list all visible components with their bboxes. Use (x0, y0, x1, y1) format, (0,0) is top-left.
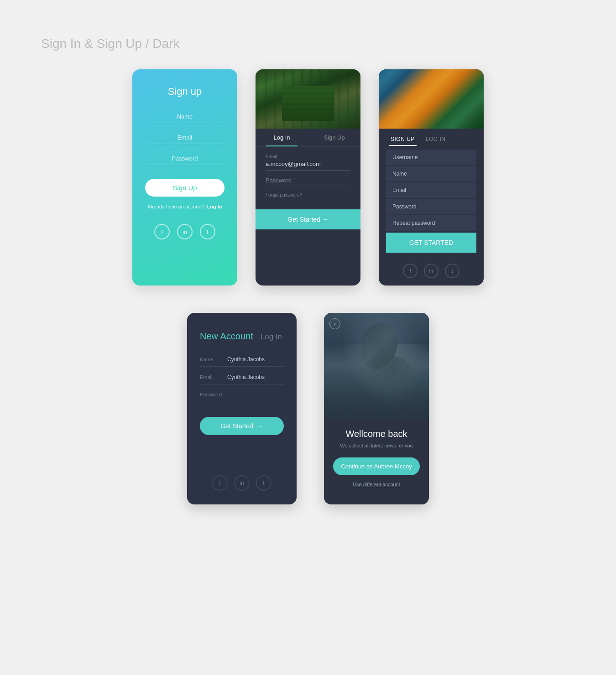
card1-social-row: f in t (154, 224, 215, 239)
card4-email-value[interactable]: Cynthia Jacobs (227, 374, 284, 380)
card-dark-signup: SIGN UP LOG IN Username Name Email Passw… (379, 69, 484, 286)
card2-password-label: Password (266, 177, 350, 186)
card4-email-row: Email Cynthia Jacobs (200, 374, 284, 384)
card3-field-email: Email (386, 182, 476, 198)
card2-photo (256, 69, 360, 129)
card1-facebook-icon[interactable]: f (154, 224, 170, 239)
card3-tab-signup[interactable]: SIGN UP (385, 132, 420, 146)
card4-linkedin-icon[interactable]: in (234, 475, 250, 491)
card4-tab-login[interactable]: Log In (261, 332, 282, 342)
card1-name-input[interactable] (146, 110, 224, 123)
card3-twitter-icon[interactable]: t (445, 264, 459, 278)
card5-photo: ‹ (324, 313, 429, 418)
card4-facebook-icon[interactable]: f (212, 475, 228, 491)
card5-back-button[interactable]: ‹ (329, 318, 340, 329)
card2-tab-login[interactable]: Log In (256, 129, 308, 146)
card5-content: Wellcome back We collect all latest news… (324, 418, 429, 504)
page-title: Sign In & Sign Up / Dark (0, 0, 616, 69)
title-main: Sign In & Sign Up (41, 36, 142, 51)
card1-twitter-icon[interactable]: t (200, 224, 215, 239)
card3-social: f in t (379, 256, 484, 286)
card1-already-text: Already have an account? Log In (147, 204, 222, 209)
card2-forgot-link[interactable]: Forgot password? (266, 192, 350, 197)
card4-name-value[interactable]: Cynthia Jacobs (227, 356, 284, 363)
bottom-row: New Account Log In Name Cynthia Jacobs E… (0, 313, 616, 504)
card2-tab-signup[interactable]: Sign Up (308, 129, 360, 146)
card2-email-value: a.mccoy@gmail.com (266, 161, 350, 171)
card4-btn-label: Get Started (220, 422, 253, 430)
card1-signup-button[interactable]: Sign Up (145, 179, 224, 197)
forest-overlay (256, 69, 360, 129)
card4-social: f in t (200, 475, 284, 491)
card-dark-login: Log In Sign Up Email a.mccoy@gmail.com P… (256, 69, 360, 286)
card2-get-started-button[interactable]: Get Started → (256, 209, 360, 229)
card4-password-row: Password (200, 392, 284, 401)
card3-form: Username Name Email Password Repeat pass… (379, 146, 484, 256)
card1-password-input[interactable] (146, 152, 224, 165)
card5-welcome-title: Wellcome back (333, 429, 420, 439)
card4-tabs: New Account Log In (200, 331, 284, 342)
card3-tabs: SIGN UP LOG IN (379, 129, 484, 146)
card2-email-label: Email (266, 154, 350, 159)
card5-continue-button[interactable]: Continue as Aubree Mccoy (333, 457, 420, 475)
title-sub: / Dark (146, 36, 180, 51)
card4-btn-arrow: → (257, 422, 263, 430)
top-row: Sign up Sign Up Already have an account?… (0, 69, 616, 286)
card4-tab-new-account[interactable]: New Account (200, 331, 253, 342)
card3-tab-login[interactable]: LOG IN (420, 132, 451, 146)
card1-linkedin-icon[interactable]: in (177, 224, 193, 239)
card4-twitter-icon[interactable]: t (256, 475, 271, 491)
card4-get-started-button[interactable]: Get Started → (200, 417, 284, 435)
card3-get-started-button[interactable]: GET STARTED (386, 233, 476, 253)
card3-linkedin-icon[interactable]: in (424, 264, 439, 278)
woman-photo: ‹ (324, 313, 429, 418)
card3-field-username: Username (386, 150, 476, 165)
card2-tabs: Log In Sign Up (256, 129, 360, 147)
card4-password-label: Password (200, 392, 227, 397)
card3-photo (379, 69, 484, 129)
card3-field-password: Password (386, 199, 476, 214)
card3-field-repeat-password: Repeat password (386, 215, 476, 231)
card4-name-label: Name (200, 357, 227, 362)
card4-email-label: Email (200, 374, 227, 380)
card4-name-row: Name Cynthia Jacobs (200, 356, 284, 367)
card1-title: Sign up (168, 86, 202, 98)
card3-facebook-icon[interactable]: f (403, 264, 418, 278)
card-new-account: New Account Log In Name Cynthia Jacobs E… (187, 313, 297, 504)
card1-email-input[interactable] (146, 131, 224, 144)
card2-form: Email a.mccoy@gmail.com Password Forgot … (256, 147, 360, 205)
colorful-overlay (379, 69, 484, 129)
card-welcome-back: ‹ Wellcome back We collect all latest ne… (324, 313, 429, 504)
card5-different-account-link[interactable]: Use different account (333, 482, 420, 487)
card-gradient-signup: Sign up Sign Up Already have an account?… (132, 69, 237, 286)
card5-welcome-subtitle: We collect all latest news for you (333, 443, 420, 448)
card3-field-name: Name (386, 166, 476, 182)
card1-login-link[interactable]: Log In (207, 204, 222, 209)
